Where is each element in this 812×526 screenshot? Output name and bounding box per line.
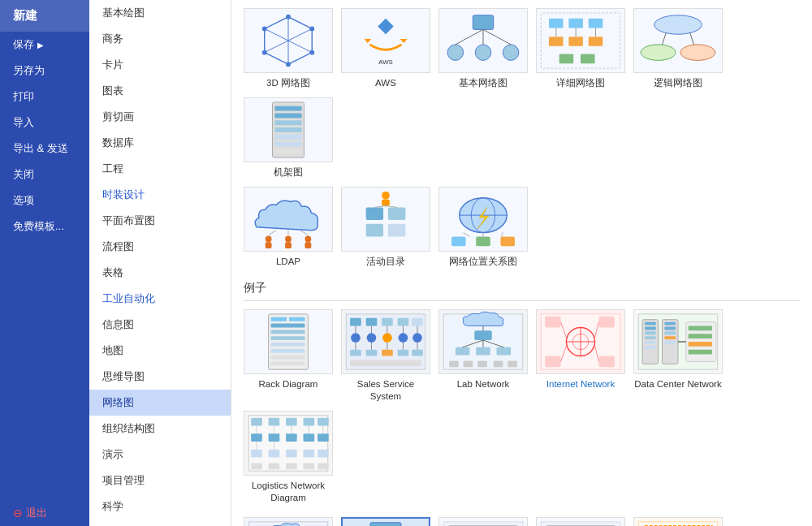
example-logistics-network[interactable]: Logistics Network Diagram (244, 411, 333, 504)
svg-rect-103 (350, 350, 361, 356)
svg-rect-93 (350, 318, 361, 326)
svg-point-55 (304, 235, 311, 242)
svg-point-99 (367, 333, 377, 343)
sidebar-item-import[interactable]: 导入 (0, 110, 89, 136)
thumb-data-center (633, 309, 723, 374)
svg-point-38 (680, 45, 715, 61)
svg-point-7 (309, 50, 314, 55)
cat-maps[interactable]: 地图 (89, 338, 231, 364)
cat-charts[interactable]: 图表 (89, 78, 231, 104)
template-3d-network[interactable]: 3D 网络图 (244, 8, 333, 89)
svg-rect-190 (286, 463, 297, 469)
cat-industrial[interactable]: 工业自动化 (89, 286, 231, 312)
sidebar-item-save[interactable]: 保存 ▶ (0, 32, 89, 58)
cat-science[interactable]: 科学 (89, 494, 231, 520)
cat-infographic[interactable]: 信息图 (89, 312, 231, 338)
cat-mindmap[interactable]: 思维导图 (89, 364, 231, 390)
cat-network[interactable]: 网络图 (89, 390, 231, 416)
svg-rect-85 (271, 330, 305, 334)
sidebar-item-saveas[interactable]: 另存为 (0, 58, 89, 84)
svg-rect-46 (274, 127, 301, 132)
examples-row1: Rack Diagram (244, 309, 800, 504)
cat-database[interactable]: 数据库 (89, 130, 231, 156)
cat-engineering[interactable]: 工程 (89, 156, 231, 182)
svg-point-8 (286, 62, 291, 67)
sidebar-item-print[interactable]: 打印 (0, 84, 89, 110)
example-cctv[interactable]: NVR/DVR CCTV (341, 517, 430, 526)
example-video-audio-1[interactable]: Video and Audio Ports 1 (438, 517, 528, 526)
svg-point-9 (262, 50, 267, 55)
template-detailed-network[interactable]: 详细网络图 (536, 8, 625, 89)
label-detailed-network: 详细网络图 (556, 77, 605, 89)
cat-software[interactable]: 软件 (89, 520, 231, 526)
svg-rect-180 (286, 433, 297, 442)
save-label: 保存 (13, 37, 34, 52)
thumb-sales-service (341, 309, 430, 374)
template-active-directory[interactable]: 活动目录 (341, 187, 430, 268)
example-sales-service[interactable]: Sales Service System (341, 309, 430, 403)
svg-point-53 (285, 235, 292, 242)
svg-rect-188 (251, 463, 262, 469)
svg-rect-87 (271, 343, 305, 347)
example-lab-network[interactable]: Lab Network (438, 309, 528, 403)
thumb-network-location (438, 187, 528, 252)
sidebar-item-new[interactable]: 新建 (0, 0, 89, 32)
example-internet-network[interactable]: Internet Network (536, 309, 625, 403)
sidebar-item-close[interactable]: 关闭 (0, 162, 89, 188)
svg-rect-182 (317, 433, 329, 442)
mid-templates: LDAP 活动目录 (244, 187, 800, 268)
svg-rect-76 (500, 236, 515, 246)
example-aws-ex1[interactable]: VPC EC2 RDS S3 Load Balancer AWS Exampl (633, 517, 723, 526)
examples-row2: Cisco Network Diagram NVR/DVR (244, 517, 800, 526)
cat-basic[interactable]: 基本绘图 (89, 0, 231, 26)
template-ldap[interactable]: LDAP (244, 187, 333, 268)
svg-rect-162 (664, 331, 676, 334)
sidebar-item-export[interactable]: 导出 & 发送 (0, 136, 89, 162)
svg-rect-94 (366, 318, 378, 326)
main-content: 3D 网络图 AWS AWS (231, 0, 812, 526)
label-ldap: LDAP (276, 256, 300, 268)
sidebar-item-exit[interactable]: ⊖ 退出 (0, 500, 89, 526)
svg-rect-121 (474, 330, 491, 340)
svg-rect-129 (508, 360, 517, 367)
cat-business[interactable]: 商务 (89, 26, 231, 52)
template-logical-network[interactable]: 逻辑网络图 (633, 8, 723, 89)
cat-cards[interactable]: 卡片 (89, 52, 231, 78)
cat-flowchart[interactable]: 流程图 (89, 234, 231, 260)
template-network-location[interactable]: 网络位置关系图 (438, 187, 528, 268)
cat-clipart[interactable]: 剪切画 (89, 104, 231, 130)
template-rack[interactable]: 机架图 (244, 97, 333, 179)
cat-presentation[interactable]: 演示 (89, 442, 231, 468)
label-internet-network: Internet Network (546, 378, 615, 390)
svg-rect-126 (464, 360, 473, 367)
cat-pm[interactable]: 项目管理 (89, 468, 231, 494)
svg-rect-153 (645, 331, 656, 334)
cat-tables[interactable]: 表格 (89, 260, 231, 286)
cat-floorplan[interactable]: 平面布置图 (89, 208, 231, 234)
exit-label: 退出 (26, 506, 47, 520)
svg-rect-186 (304, 449, 315, 457)
svg-rect-168 (689, 342, 712, 347)
svg-rect-84 (271, 323, 305, 327)
template-aws[interactable]: AWS AWS (341, 8, 430, 89)
svg-rect-27 (549, 37, 564, 46)
example-data-center[interactable]: Data Center Network (633, 309, 723, 403)
svg-rect-88 (271, 349, 305, 353)
cat-fashion[interactable]: 时装设计 (89, 182, 231, 208)
sidebar-item-options[interactable]: 选项 (0, 188, 89, 213)
exit-icon: ⊖ (13, 507, 23, 520)
template-basic-network[interactable]: 基本网络图 (438, 8, 528, 89)
svg-rect-155 (645, 341, 656, 344)
svg-point-101 (399, 333, 408, 343)
svg-rect-156 (645, 346, 656, 349)
example-cisco[interactable]: Cisco Network Diagram (244, 517, 333, 526)
label-logical-network: 逻辑网络图 (654, 77, 702, 89)
svg-point-36 (654, 15, 702, 34)
cat-org[interactable]: 组织结构图 (89, 416, 231, 442)
svg-rect-128 (494, 360, 503, 367)
svg-rect-169 (689, 350, 712, 355)
sidebar-item-freetemplates[interactable]: 免费模板... (0, 213, 89, 239)
svg-rect-89 (271, 355, 305, 359)
example-video-audio-2[interactable]: Video and Audio Ports 2 (536, 517, 625, 526)
example-rack-diagram[interactable]: Rack Diagram (244, 309, 333, 403)
